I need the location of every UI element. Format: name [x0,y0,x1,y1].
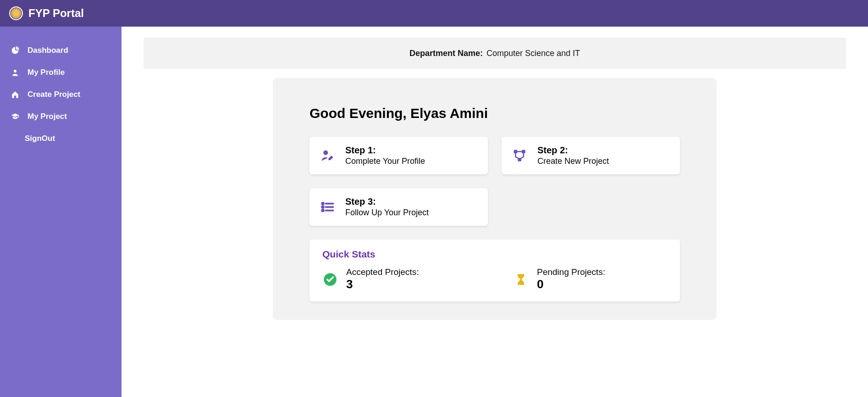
house-icon [10,90,20,99]
graduation-cap-icon [10,112,20,121]
top-header: FYP Portal [0,0,868,27]
app-title: FYP Portal [28,7,84,20]
stat-value: 3 [346,277,419,291]
sidebar-item-label: SignOut [25,134,55,143]
step-title: Step 2: [537,145,609,156]
hourglass-icon [513,273,529,286]
sidebar-item-label: My Project [28,112,67,121]
step-title: Step 1: [345,145,425,156]
check-circle-icon [322,273,338,286]
svg-point-5 [322,203,324,205]
stat-value: 0 [537,277,605,291]
svg-point-9 [322,210,324,212]
stat-pending: Pending Projects: 0 [513,267,667,291]
user-edit-icon [320,149,335,162]
greeting-text: Good Evening, Elyas Amini [310,106,680,121]
graduate-user-icon [10,68,20,77]
step-desc: Follow Up Your Project [345,208,429,218]
dashboard-card: Good Evening, Elyas Amini Step 1: Comple… [273,78,717,320]
main-content: Department Name: Computer Science and IT… [122,27,868,397]
list-icon [320,200,335,214]
quick-stats-card: Quick Stats Accepted Projects: 3 [310,240,680,302]
department-label: Department Name: [409,49,483,58]
quick-stats-title: Quick Stats [322,249,667,260]
stat-label: Accepted Projects: [346,267,419,277]
department-banner: Department Name: Computer Science and IT [144,38,846,69]
sidebar-item-label: Create Project [28,90,80,99]
sidebar-item-label: Dashboard [28,46,68,55]
step-desc: Create New Project [537,157,609,166]
steps-grid: Step 1: Complete Your Profile Step 2: Cr… [310,137,680,226]
svg-point-1 [323,151,328,155]
step-desc: Complete Your Profile [345,157,425,166]
sidebar: Dashboard My Profile Create Project My P… [0,27,122,397]
sidebar-item-signout[interactable]: SignOut [0,128,122,150]
sidebar-item-label: My Profile [28,68,65,77]
app-logo-icon [9,6,23,20]
stat-accepted: Accepted Projects: 3 [322,267,476,291]
step-card-follow-up[interactable]: Step 3: Follow Up Your Project [310,188,488,226]
sidebar-item-my-project[interactable]: My Project [0,106,122,128]
step-title: Step 3: [345,196,429,207]
svg-point-0 [14,70,17,73]
pie-chart-icon [10,46,20,55]
brand[interactable]: FYP Portal [9,6,84,20]
svg-rect-2 [514,150,518,154]
sidebar-item-dashboard[interactable]: Dashboard [0,39,122,62]
svg-rect-3 [522,150,525,154]
svg-point-7 [322,206,324,208]
step-card-profile[interactable]: Step 1: Complete Your Profile [310,137,488,174]
project-diagram-icon [512,149,527,162]
sidebar-item-create-project[interactable]: Create Project [0,84,122,106]
stat-label: Pending Projects: [537,267,605,277]
sidebar-item-my-profile[interactable]: My Profile [0,62,122,84]
department-value: Computer Science and IT [487,49,580,58]
step-card-create-project[interactable]: Step 2: Create New Project [502,137,680,174]
